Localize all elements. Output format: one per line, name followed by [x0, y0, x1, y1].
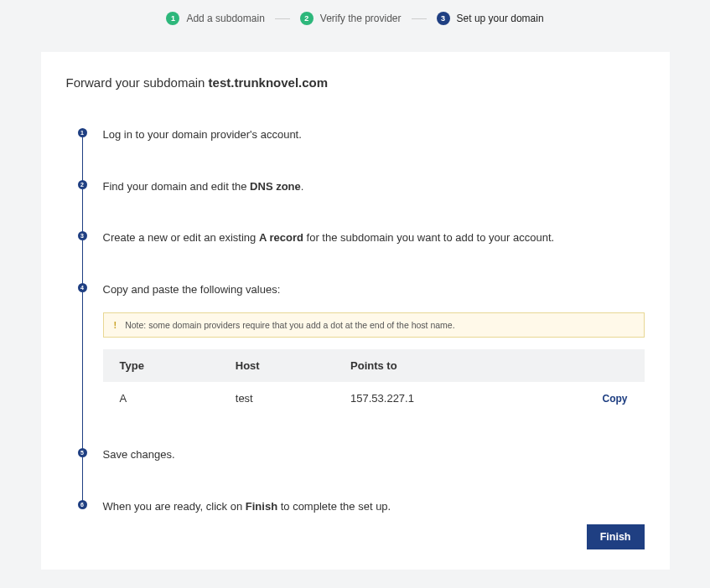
col-host: Host	[219, 349, 334, 382]
stepper-step-2[interactable]: 2 Verify the provider	[300, 12, 402, 25]
step-label: Set up your domain	[457, 13, 544, 24]
step-bullet: 1	[78, 128, 87, 137]
step-label: Add a subdomain	[186, 13, 264, 24]
warning-icon: !	[114, 320, 117, 330]
note-text: Note: some domain providers require that…	[125, 320, 454, 330]
instruction-step-5: 5 Save changes.	[78, 446, 645, 498]
step-text: Save changes.	[103, 446, 645, 463]
text-part: for the subdomain you want to add to you…	[303, 231, 554, 244]
title-prefix: Forward your subdomain	[66, 75, 209, 90]
copy-button[interactable]: Copy	[603, 393, 628, 405]
table-header-row: Type Host Points to	[103, 349, 645, 382]
wizard-stepper: 1 Add a subdomain 2 Verify the provider …	[0, 0, 710, 35]
step-bullet: 5	[78, 448, 87, 457]
text-part: Create a new or edit an existing	[103, 231, 259, 244]
instruction-step-3: 3 Create a new or edit an existing A rec…	[78, 230, 645, 281]
step-label: Verify the provider	[320, 13, 402, 24]
step-bullet: 6	[78, 500, 87, 509]
step-bullet: 3	[78, 231, 87, 240]
step-number-badge: 2	[300, 12, 314, 25]
note-box: ! Note: some domain providers require th…	[103, 312, 645, 338]
cell-host: test	[219, 382, 334, 415]
cell-points-to: 157.53.227.1	[334, 382, 527, 415]
step-bullet: 2	[78, 180, 87, 189]
step-text: When you are ready, click on Finish to c…	[103, 498, 645, 515]
text-part: to complete the set up.	[277, 500, 391, 513]
title-domain: test.trunknovel.com	[209, 75, 329, 90]
instruction-step-1: 1 Log in to your domain provider's accou…	[78, 126, 645, 178]
stepper-separator	[275, 18, 290, 19]
stepper-step-1[interactable]: 1 Add a subdomain	[166, 12, 264, 25]
text-bold: A record	[259, 231, 303, 244]
step-text: Copy and paste the following values:	[103, 281, 645, 298]
stepper-separator	[412, 18, 427, 19]
col-action	[527, 349, 645, 382]
instruction-step-4: 4 Copy and paste the following values: !…	[78, 281, 645, 447]
step-text: Create a new or edit an existing A recor…	[103, 230, 645, 246]
instruction-list: 1 Log in to your domain provider's accou…	[78, 126, 645, 549]
col-points-to: Points to	[334, 349, 527, 382]
text-bold: Finish	[246, 500, 277, 513]
card-title: Forward your subdomain test.trunknovel.c…	[66, 75, 645, 90]
setup-card: Forward your subdomain test.trunknovel.c…	[41, 52, 670, 570]
cell-type: A	[103, 382, 219, 415]
step-number-badge: 3	[437, 12, 450, 25]
dns-records-table: Type Host Points to A test 157.53.227.1 …	[103, 349, 645, 415]
step-number-badge: 1	[166, 12, 179, 25]
footer-actions: Finish	[587, 524, 645, 549]
step-bullet: 4	[78, 283, 87, 292]
text-part: Find your domain and edit the	[103, 180, 251, 193]
table-row: A test 157.53.227.1 Copy	[103, 382, 645, 415]
col-type: Type	[103, 349, 219, 382]
text-bold: DNS zone	[250, 180, 301, 193]
text-part: .	[301, 180, 304, 193]
finish-button[interactable]: Finish	[587, 524, 645, 549]
step-text: Log in to your domain provider's account…	[103, 126, 645, 143]
text-part: When you are ready, click on	[103, 500, 246, 513]
instruction-step-2: 2 Find your domain and edit the DNS zone…	[78, 178, 645, 230]
step-text: Find your domain and edit the DNS zone.	[103, 178, 645, 195]
instruction-step-6: 6 When you are ready, click on Finish to…	[78, 498, 645, 550]
stepper-step-3[interactable]: 3 Set up your domain	[437, 12, 544, 25]
